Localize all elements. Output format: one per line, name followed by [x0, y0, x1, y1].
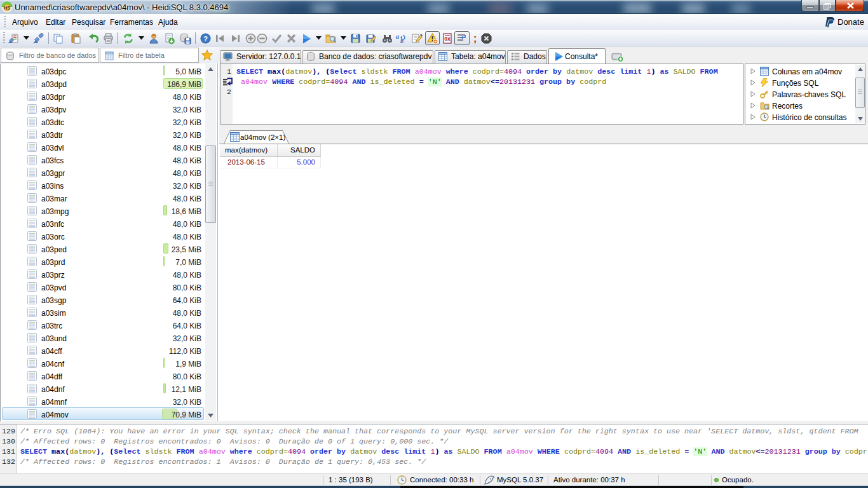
svg-text:0x: 0x: [444, 36, 451, 42]
svg-text:a: a: [396, 33, 399, 40]
svg-text:HS: HS: [4, 5, 10, 11]
svg-text:?: ?: [203, 35, 208, 43]
svg-text:;: ;: [473, 33, 477, 44]
